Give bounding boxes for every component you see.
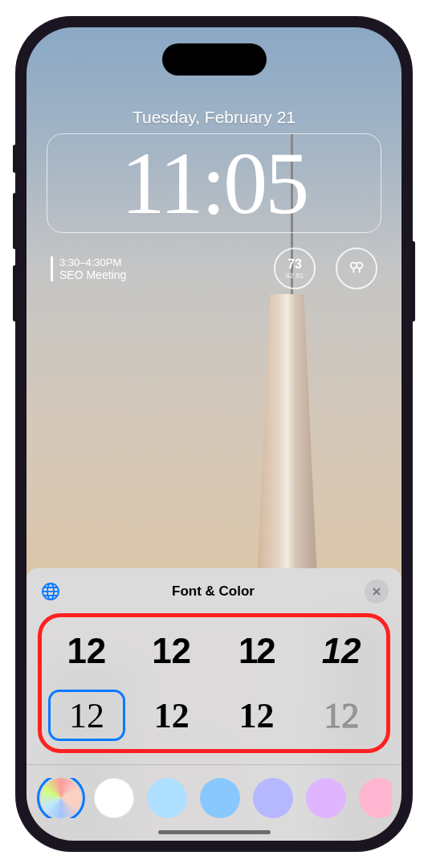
svg-point-1 bbox=[357, 263, 362, 268]
font-color-panel: Font & Color 1212121212121212 bbox=[26, 568, 402, 841]
color-swatch-pink[interactable] bbox=[359, 778, 392, 818]
font-option-8[interactable]: 12 bbox=[303, 690, 380, 741]
silent-switch[interactable] bbox=[13, 145, 17, 173]
close-icon bbox=[371, 586, 382, 597]
color-row bbox=[36, 778, 392, 818]
airpods-icon bbox=[348, 260, 365, 277]
color-swatch-gradient[interactable] bbox=[41, 778, 81, 818]
lockscreen-content: Tuesday, February 21 11:05 3:30–4:30PM S… bbox=[26, 108, 402, 297]
power-button[interactable] bbox=[411, 241, 415, 321]
color-swatch-periwinkle[interactable] bbox=[253, 778, 293, 818]
divider bbox=[26, 764, 402, 765]
panel-header: Font & Color bbox=[36, 579, 392, 613]
color-swatch-white[interactable] bbox=[94, 778, 134, 818]
font-option-1[interactable]: 12 bbox=[48, 625, 125, 677]
font-option-2[interactable]: 12 bbox=[133, 625, 210, 677]
svg-point-0 bbox=[351, 263, 357, 268]
screen: Tuesday, February 21 11:05 3:30–4:30PM S… bbox=[26, 27, 402, 841]
font-grid: 1212121212121212 bbox=[48, 625, 380, 741]
panel-title: Font & Color bbox=[172, 583, 255, 600]
color-swatch-light-blue[interactable] bbox=[147, 778, 187, 818]
font-option-4[interactable]: 12 bbox=[303, 625, 380, 677]
font-option-6[interactable]: 12 bbox=[133, 690, 210, 741]
date-label[interactable]: Tuesday, February 21 bbox=[26, 108, 402, 127]
volume-down-button[interactable] bbox=[13, 265, 17, 321]
font-grid-highlight: 1212121212121212 bbox=[38, 613, 390, 753]
phone-frame: Tuesday, February 21 11:05 3:30–4:30PM S… bbox=[15, 16, 413, 852]
font-option-5[interactable]: 12 bbox=[48, 690, 125, 741]
home-indicator[interactable] bbox=[158, 830, 271, 834]
weather-temp: 73 bbox=[287, 257, 302, 272]
time-label: 11:05 bbox=[55, 139, 373, 227]
time-container[interactable]: 11:05 bbox=[47, 133, 381, 233]
volume-up-button[interactable] bbox=[13, 193, 17, 249]
globe-button[interactable] bbox=[39, 580, 62, 603]
weather-widget[interactable]: 73 62 81 bbox=[274, 248, 316, 289]
font-option-7[interactable]: 12 bbox=[218, 690, 296, 741]
font-option-3[interactable]: 12 bbox=[218, 625, 296, 677]
color-swatch-blue[interactable] bbox=[200, 778, 240, 818]
calendar-widget[interactable]: 3:30–4:30PM SEO Meeting bbox=[51, 256, 126, 281]
widgets-row[interactable]: 3:30–4:30PM SEO Meeting 73 62 81 bbox=[26, 240, 402, 297]
airpods-battery-widget[interactable] bbox=[336, 248, 377, 289]
close-button[interactable] bbox=[365, 579, 389, 604]
weather-range: 62 81 bbox=[286, 272, 304, 280]
color-swatch-lavender[interactable] bbox=[306, 778, 346, 818]
event-title: SEO Meeting bbox=[59, 268, 126, 281]
globe-icon bbox=[41, 582, 60, 601]
event-time: 3:30–4:30PM bbox=[59, 256, 126, 268]
dynamic-island bbox=[162, 43, 267, 76]
